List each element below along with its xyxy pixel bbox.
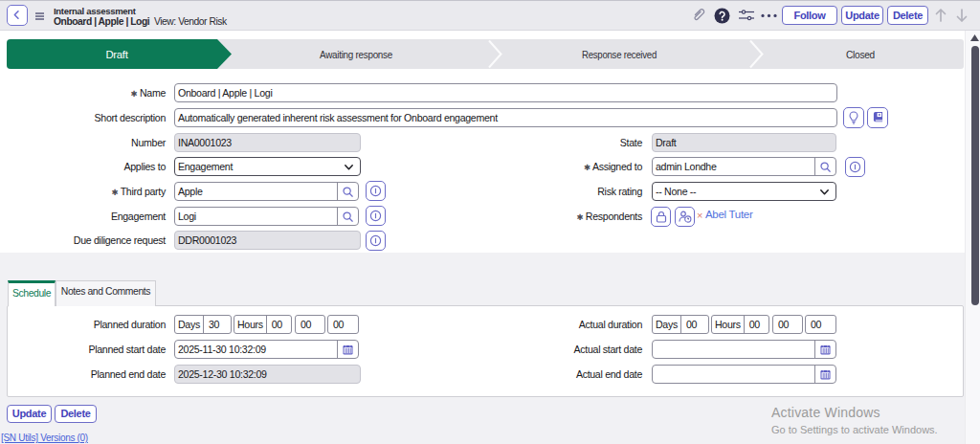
svg-text:Awaiting response: Awaiting response xyxy=(320,49,392,60)
svg-text:Draft: Draft xyxy=(106,49,129,60)
svg-text:Response received: Response received xyxy=(582,49,657,60)
svg-text:Closed: Closed xyxy=(846,49,875,60)
